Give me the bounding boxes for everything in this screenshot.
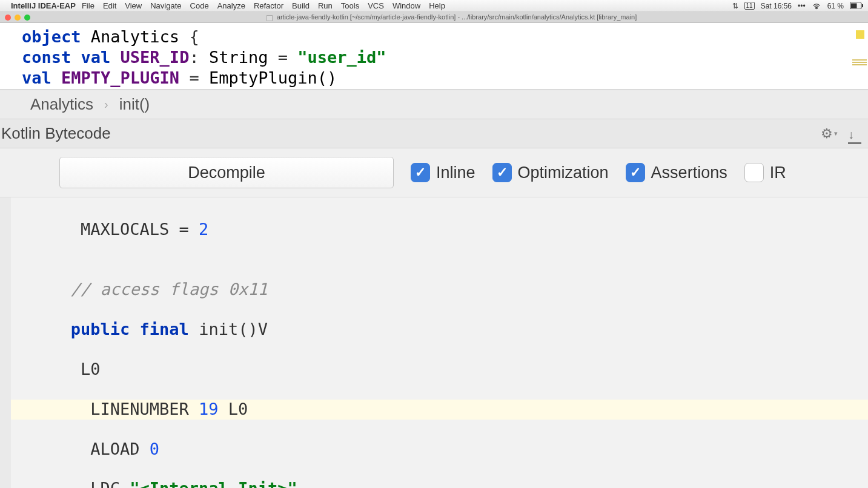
inline-option: Inline [411, 163, 475, 182]
bytecode-viewer[interactable]: MAXLOCALS = 2 // access flags 0x11 publi… [0, 197, 868, 488]
menu-window[interactable]: Window [393, 1, 420, 10]
gear-icon[interactable] [818, 125, 835, 142]
bytecode-line: MAXLOCALS = 2 [11, 220, 868, 240]
app-name[interactable]: IntelliJ IDEA-EAP [11, 1, 76, 10]
menu-analyze[interactable]: Analyze [217, 1, 245, 10]
minimize-window-button[interactable] [15, 15, 21, 21]
chevron-right-icon: › [104, 97, 108, 111]
traffic-lights [0, 15, 35, 21]
more-icon[interactable]: ••• [798, 2, 806, 10]
close-window-button[interactable] [5, 15, 11, 21]
menu-run[interactable]: Run [318, 1, 333, 10]
bytecode-toolbar: Decompile Inline Optimization Assertions… [0, 148, 868, 197]
maximize-window-button[interactable] [24, 15, 30, 21]
menu-build[interactable]: Build [292, 1, 310, 10]
menu-file[interactable]: File [82, 1, 94, 10]
code-line-3: val EMPTY_PLUGIN = EmptyPlugin() [22, 68, 850, 88]
file-icon [267, 15, 273, 21]
code-line-2: const val USER_ID: String = "user_id" [22, 47, 850, 68]
ir-option: IR [744, 163, 786, 182]
breadcrumb-item-class[interactable]: Analytics [30, 95, 93, 114]
bytecode-line-highlight: LINENUMBER 19 L0 [11, 400, 868, 420]
window-titlebar: article-java-fiendly-kotlin [~/scm/my/ar… [0, 12, 868, 23]
clock-text[interactable]: Sat 16:56 [761, 2, 792, 10]
analysis-marker[interactable] [856, 30, 864, 39]
window-title: article-java-fiendly-kotlin [~/scm/my/ar… [35, 13, 868, 21]
bytecode-line: // access flags 0x11 [11, 280, 868, 300]
ir-checkbox[interactable] [744, 163, 764, 182]
dropbox-icon[interactable]: ⇅ [732, 2, 738, 10]
assertions-checkbox[interactable] [626, 163, 645, 182]
optimization-checkbox[interactable] [492, 163, 512, 182]
bytecode-line: ALOAD 0 [11, 440, 868, 460]
menu-tools[interactable]: Tools [341, 1, 359, 10]
gear-dropdown-icon[interactable]: ▾ [834, 130, 838, 137]
inline-label: Inline [436, 163, 475, 182]
calendar-badge[interactable]: 11 [744, 2, 755, 10]
svg-rect-2 [862, 4, 863, 7]
battery-icon[interactable] [850, 2, 863, 9]
window-title-text: article-java-fiendly-kotlin [~/scm/my/ar… [277, 13, 637, 21]
source-editor[interactable]: object Analytics { const val USER_ID: St… [0, 23, 868, 90]
wifi-icon[interactable] [812, 2, 821, 10]
assertions-label: Assertions [651, 163, 727, 182]
status-tray: ⇅ 11 Sat 16:56 ••• 61 % [732, 2, 863, 10]
hide-panel-icon[interactable] [846, 125, 863, 142]
optimization-option: Optimization [492, 163, 609, 182]
decompile-button[interactable]: Decompile [59, 157, 394, 188]
breadcrumb: Analytics › init() [0, 90, 868, 119]
macos-menubar: IntelliJ IDEA-EAP File Edit View Navigat… [0, 0, 868, 12]
optimization-label: Optimization [518, 163, 609, 182]
breadcrumb-item-method[interactable]: init() [119, 95, 150, 114]
tool-window-title: Kotlin Bytecode [1, 124, 815, 143]
menu-view[interactable]: View [125, 1, 142, 10]
tool-window-header: Kotlin Bytecode ▾ [0, 119, 868, 148]
menu-navigate[interactable]: Navigate [150, 1, 181, 10]
menu-help[interactable]: Help [429, 1, 445, 10]
bytecode-line: L0 [11, 360, 868, 380]
menu-edit[interactable]: Edit [103, 1, 116, 10]
inline-checkbox[interactable] [411, 163, 430, 182]
menu-refactor[interactable]: Refactor [254, 1, 283, 10]
menu-code[interactable]: Code [190, 1, 209, 10]
code-line-1: object Analytics { [22, 27, 850, 47]
warning-stripes[interactable] [852, 59, 867, 65]
battery-percent: 61 % [827, 2, 844, 10]
svg-rect-1 [851, 4, 857, 8]
menu-vcs[interactable]: VCS [368, 1, 384, 10]
assertions-option: Assertions [626, 163, 727, 182]
bytecode-line: LDC "<Internal Init>" [11, 479, 868, 488]
bytecode-line: public final init()V [11, 320, 868, 340]
ir-label: IR [770, 163, 786, 182]
